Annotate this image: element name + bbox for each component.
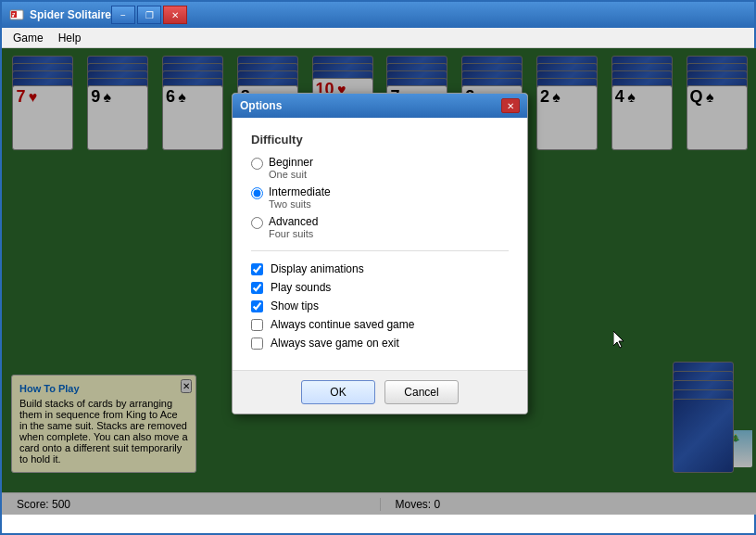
animations-label: Display animations bbox=[271, 262, 364, 275]
window-close-button[interactable]: ✕ bbox=[163, 6, 187, 24]
ok-button[interactable]: OK bbox=[301, 380, 375, 404]
game-area: 7 ♥ 7 9 ♠ bbox=[2, 48, 756, 515]
minimize-button[interactable]: − bbox=[111, 6, 135, 24]
sounds-option[interactable]: Play sounds bbox=[251, 281, 509, 294]
dialog-body: Difficulty Beginner One suit bbox=[233, 118, 527, 370]
animations-checkbox[interactable] bbox=[251, 263, 263, 275]
tips-checkbox[interactable] bbox=[251, 300, 263, 312]
difficulty-beginner[interactable]: Beginner One suit bbox=[251, 156, 509, 180]
save-checkbox[interactable] bbox=[251, 338, 263, 350]
menu-game[interactable]: Game bbox=[6, 30, 51, 46]
sounds-checkbox[interactable] bbox=[251, 282, 263, 294]
options-dialog: Options ✕ Difficulty Beginner One suit bbox=[232, 93, 528, 414]
intermediate-radio[interactable] bbox=[251, 187, 263, 199]
menu-help[interactable]: Help bbox=[51, 30, 89, 46]
app-window: 7 ♥ Spider Solitaire − ❐ ✕ Game Help 7 bbox=[0, 0, 756, 535]
menu-bar: Game Help bbox=[2, 28, 754, 48]
continue-checkbox[interactable] bbox=[251, 319, 263, 331]
restore-button[interactable]: ❐ bbox=[137, 6, 161, 24]
beginner-radio[interactable] bbox=[251, 158, 263, 170]
separator bbox=[251, 250, 509, 251]
sounds-label: Play sounds bbox=[271, 281, 331, 294]
beginner-label: Beginner One suit bbox=[269, 156, 313, 180]
tips-label: Show tips bbox=[271, 299, 319, 312]
difficulty-advanced[interactable]: Advanced Four suits bbox=[251, 215, 509, 239]
difficulty-intermediate[interactable]: Intermediate Two suits bbox=[251, 185, 509, 210]
advanced-radio[interactable] bbox=[251, 217, 263, 229]
dialog-title: Options bbox=[240, 99, 501, 112]
window-controls: − ❐ ✕ bbox=[111, 6, 187, 24]
advanced-label: Advanced Four suits bbox=[269, 215, 318, 239]
save-option[interactable]: Always save game on exit bbox=[251, 337, 509, 350]
cancel-button[interactable]: Cancel bbox=[384, 380, 459, 404]
save-label: Always save game on exit bbox=[271, 337, 399, 350]
title-bar: 7 ♥ Spider Solitaire − ❐ ✕ bbox=[2, 2, 754, 28]
dialog-close-button[interactable]: ✕ bbox=[501, 98, 520, 113]
app-icon: 7 ♥ bbox=[9, 7, 24, 22]
tips-option[interactable]: Show tips bbox=[251, 299, 509, 312]
continue-label: Always continue saved game bbox=[271, 318, 414, 331]
dialog-titlebar: Options ✕ bbox=[233, 94, 527, 118]
intermediate-label: Intermediate Two suits bbox=[269, 185, 331, 210]
dialog-footer: OK Cancel bbox=[233, 370, 527, 414]
svg-text:♥: ♥ bbox=[12, 13, 15, 19]
modal-overlay: Options ✕ Difficulty Beginner One suit bbox=[2, 48, 756, 515]
continue-option[interactable]: Always continue saved game bbox=[251, 318, 509, 331]
difficulty-section-title: Difficulty bbox=[251, 133, 509, 146]
difficulty-options: Beginner One suit Intermediate Two suits bbox=[251, 156, 509, 239]
title-bar-title: Spider Solitaire bbox=[30, 8, 111, 21]
animations-option[interactable]: Display animations bbox=[251, 262, 509, 275]
